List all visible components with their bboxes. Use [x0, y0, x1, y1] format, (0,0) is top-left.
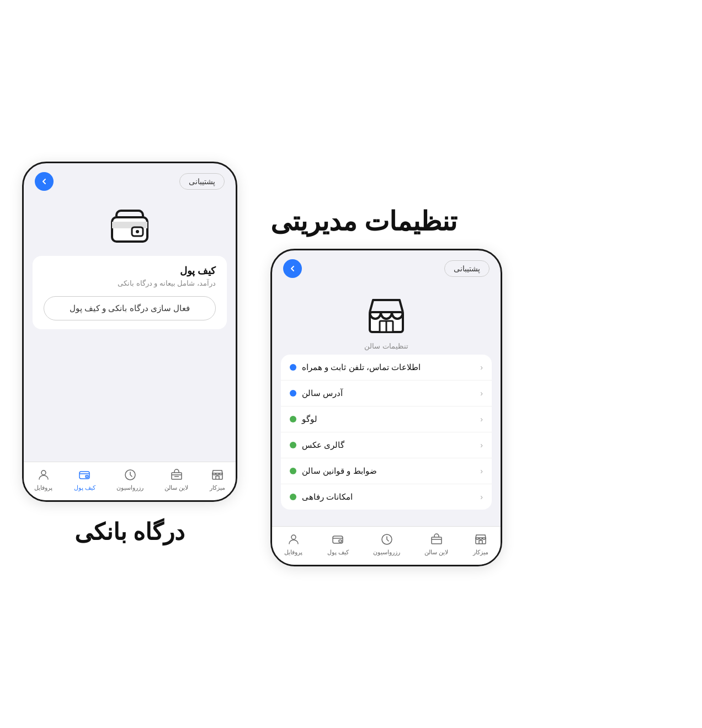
- nav-item-profile[interactable]: پروفایل: [34, 468, 52, 491]
- settings-item-right: ضوابط و قوانین سالن: [290, 466, 377, 476]
- salon-icon: [169, 468, 184, 482]
- nav-label-wallet: کیف پول: [74, 484, 95, 491]
- settings-item-gallery[interactable]: ‹ گالری عکس: [281, 432, 492, 458]
- nav-item-reservation[interactable]: رزرواسیون: [116, 468, 143, 491]
- right-nav-label-reservation: رزرواسیون: [373, 549, 400, 556]
- right-section: تنظیمات مدیریتی پشتیبانی: [270, 162, 680, 566]
- wallet-title: کیف پول: [44, 265, 216, 277]
- left-bottom-label: درگاه بانکی: [75, 518, 185, 545]
- right-phone-mockup: پشتیبانی: [270, 249, 502, 566]
- right-store-icon: [474, 532, 488, 547]
- right-profile-icon: [286, 532, 301, 547]
- nav-label-reservation: رزرواسیون: [116, 484, 143, 491]
- status-dot: [290, 494, 296, 500]
- svg-point-20: [291, 535, 296, 539]
- chevron-icon: ‹: [480, 415, 483, 424]
- svg-point-11: [41, 470, 46, 475]
- right-nav-profile[interactable]: پروفایل: [284, 532, 302, 556]
- wallet-icon-area: [24, 195, 236, 256]
- settings-item-label: آدرس سالن: [302, 388, 343, 398]
- status-dot: [290, 364, 296, 371]
- right-phone-header: پشتیبانی: [272, 250, 501, 282]
- status-dot: [290, 442, 296, 448]
- nav-item-mizkaar[interactable]: میزکار: [210, 468, 225, 491]
- left-section: پشتیبانی کیف پول: [22, 162, 237, 545]
- nav-label-lainsalon: لاین سالن: [164, 484, 188, 491]
- phone-header: پشتیبانی: [24, 163, 236, 195]
- right-nav-label-wallet: کیف پول: [327, 549, 349, 556]
- settings-item-amenities[interactable]: ‹ امکانات رفاهی: [281, 484, 492, 510]
- wallet-subtitle: درآمد، شامل بیعانه و درگاه بانکی: [44, 279, 216, 287]
- settings-item-label: گالری عکس: [302, 440, 344, 450]
- settings-item-right: گالری عکس: [290, 440, 344, 450]
- wallet-icon: [108, 206, 152, 250]
- nav-label-profile: پروفایل: [34, 484, 52, 491]
- settings-item-right: لوگو: [290, 414, 317, 424]
- chevron-icon: ‹: [480, 467, 483, 475]
- settings-item-logo[interactable]: ‹ لوگو: [281, 406, 492, 432]
- bottom-nav: میزکار لاین سالن: [24, 462, 236, 500]
- settings-item-right: اطلاعات تماس، تلفن ثابت و همراه: [290, 362, 421, 372]
- store-icon: [210, 468, 225, 482]
- settings-item-label: ضوابط و قوانین سالن: [302, 466, 377, 476]
- right-spacer: [272, 510, 501, 526]
- page-container: پشتیبانی کیف پول: [22, 162, 680, 566]
- left-phone-mockup: پشتیبانی کیف پول: [22, 162, 237, 502]
- right-back-button[interactable]: [283, 259, 302, 278]
- right-support-button[interactable]: پشتیبانی: [444, 260, 490, 277]
- settings-section-label: تنظیمات سالن: [272, 342, 501, 350]
- activate-button[interactable]: فعال سازی درگاه بانکی و کیف پول: [44, 296, 216, 320]
- settings-item-right: آدرس سالن: [290, 388, 343, 398]
- right-wallet-icon: [331, 532, 345, 547]
- store-icon-large: [364, 293, 408, 338]
- spacer: [24, 329, 236, 462]
- chevron-icon: ‹: [480, 389, 483, 398]
- settings-item-right: امکانات رفاهی: [290, 492, 353, 502]
- settings-item-rules[interactable]: ‹ ضوابط و قوانین سالن: [281, 458, 492, 484]
- back-button[interactable]: [35, 172, 54, 191]
- right-nav-reservation[interactable]: رزرواسیون: [373, 532, 400, 556]
- svg-rect-19: [339, 540, 342, 542]
- nav-item-lainsalon[interactable]: لاین سالن: [164, 468, 188, 491]
- right-title: تنظیمات مدیریتی: [270, 206, 457, 238]
- svg-rect-5: [172, 473, 182, 479]
- settings-item-contact[interactable]: ‹ اطلاعات تماس، تلفن ثابت و همراه: [281, 355, 492, 381]
- status-dot: [290, 390, 296, 397]
- support-button[interactable]: پشتیبانی: [179, 173, 225, 190]
- right-bottom-nav: میزکار لاین سالن: [272, 526, 501, 565]
- right-nav-label-mizkaar: میزکار: [473, 549, 488, 556]
- settings-item-label: لوگو: [302, 414, 317, 424]
- clock-icon: [123, 468, 137, 482]
- settings-item-address[interactable]: ‹ آدرس سالن: [281, 381, 492, 406]
- settings-list: ‹ اطلاعات تماس، تلفن ثابت و همراه ‹ آدرس…: [281, 355, 492, 510]
- right-nav-label-lainsalon: لاین سالن: [424, 549, 448, 556]
- chevron-icon: ‹: [480, 493, 483, 501]
- right-nav-lainsalon[interactable]: لاین سالن: [424, 532, 448, 556]
- chevron-icon: ‹: [480, 441, 483, 449]
- store-icon-area: [272, 282, 501, 342]
- wallet-nav-icon: [77, 468, 92, 482]
- profile-icon: [36, 468, 51, 482]
- svg-point-10: [87, 476, 88, 477]
- status-dot: [290, 416, 296, 422]
- right-salon-icon: [429, 532, 444, 547]
- chevron-icon: ‹: [480, 363, 483, 372]
- settings-item-label: امکانات رفاهی: [302, 492, 353, 502]
- right-nav-mizkaar[interactable]: میزکار: [473, 532, 488, 556]
- wallet-content-card: کیف پول درآمد، شامل بیعانه و درگاه بانکی…: [33, 256, 227, 329]
- svg-rect-16: [432, 537, 442, 544]
- right-nav-wallet[interactable]: کیف پول: [327, 532, 349, 556]
- status-dot: [290, 468, 296, 474]
- settings-item-label: اطلاعات تماس، تلفن ثابت و همراه: [302, 362, 421, 372]
- right-nav-label-profile: پروفایل: [284, 549, 302, 556]
- nav-item-wallet[interactable]: کیف پول: [74, 468, 95, 491]
- svg-point-3: [136, 230, 139, 233]
- right-clock-icon: [380, 532, 394, 547]
- nav-label-mizkaar: میزکار: [210, 484, 225, 491]
